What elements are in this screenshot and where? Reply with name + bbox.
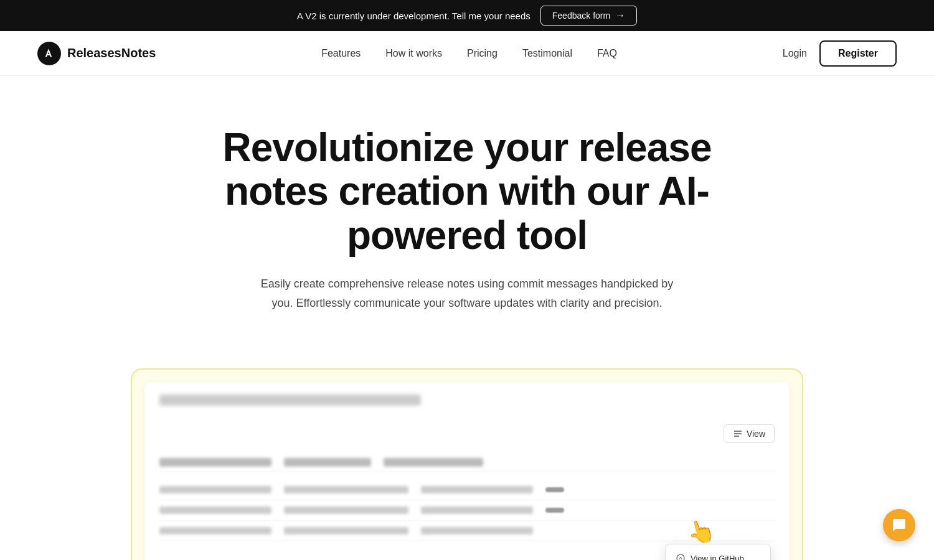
cell-preview-3: [284, 527, 408, 534]
view-icon: [733, 429, 743, 439]
navbar: ReleasesNotes Features How it works Pric…: [0, 31, 934, 76]
demo-wrapper: View: [106, 368, 828, 560]
demo-header-blur: [159, 394, 421, 406]
nav-testimonial[interactable]: Testimonial: [522, 48, 572, 58]
feedback-label: Feedback form: [552, 11, 610, 21]
cell-dots-2: [545, 508, 564, 513]
context-menu: View in GitHub View pull request View co…: [665, 544, 771, 560]
register-button[interactable]: Register: [819, 40, 897, 67]
context-github-label: View in GitHub: [691, 554, 744, 560]
announcement-banner: A V2 is currently under development. Tel…: [0, 0, 934, 31]
cell-preview-1: [284, 486, 408, 493]
github-icon: [676, 553, 686, 560]
demo-table-header: [159, 453, 775, 472]
col-header-3: [384, 458, 483, 467]
cell-commit-1: [159, 486, 271, 493]
nav-pricing[interactable]: Pricing: [467, 48, 498, 58]
nav-right: Login Register: [783, 40, 897, 67]
banner-text: A V2 is currently under development. Tel…: [297, 11, 531, 21]
nav-faq[interactable]: FAQ: [597, 48, 617, 58]
login-button[interactable]: Login: [783, 48, 807, 59]
col-header-2: [284, 458, 371, 467]
table-row: [159, 500, 775, 521]
cell-commit-2: [159, 506, 271, 514]
feedback-form-button[interactable]: Feedback form →: [540, 6, 637, 26]
nav-features[interactable]: Features: [321, 48, 361, 58]
hero-content: Revolutionize your release notes creatio…: [187, 76, 747, 343]
table-row: [159, 521, 775, 541]
cell-preview-2: [284, 506, 408, 514]
cell-date-2: [421, 506, 533, 514]
cell-dots-1: [545, 487, 564, 492]
chat-bubble-button[interactable]: [883, 509, 915, 541]
view-label: View: [747, 429, 765, 439]
nav-links: Features How it works Pricing Testimonia…: [321, 48, 617, 59]
demo-card: View: [131, 368, 803, 560]
chat-icon: [892, 518, 907, 533]
hero-section: Revolutionize your release notes creatio…: [0, 76, 934, 560]
hero-subtitle: Easily create comprehensive release note…: [255, 274, 679, 312]
logo-name: ReleasesNotes: [67, 46, 156, 60]
demo-view-button[interactable]: View: [724, 424, 775, 443]
table-row: [159, 480, 775, 500]
hero-title: Revolutionize your release notes creatio…: [199, 126, 735, 257]
arrow-icon: →: [615, 10, 625, 21]
cell-date-3: [421, 527, 533, 534]
cell-commit-3: [159, 527, 271, 534]
logo-link[interactable]: ReleasesNotes: [37, 42, 156, 65]
cell-date-1: [421, 486, 533, 493]
logo-icon: [37, 42, 61, 65]
context-view-github[interactable]: View in GitHub: [666, 548, 770, 560]
demo-inner: View: [144, 382, 790, 560]
col-header-1: [159, 458, 271, 467]
nav-how-it-works[interactable]: How it works: [385, 48, 442, 58]
demo-view-bar: View: [159, 424, 775, 443]
